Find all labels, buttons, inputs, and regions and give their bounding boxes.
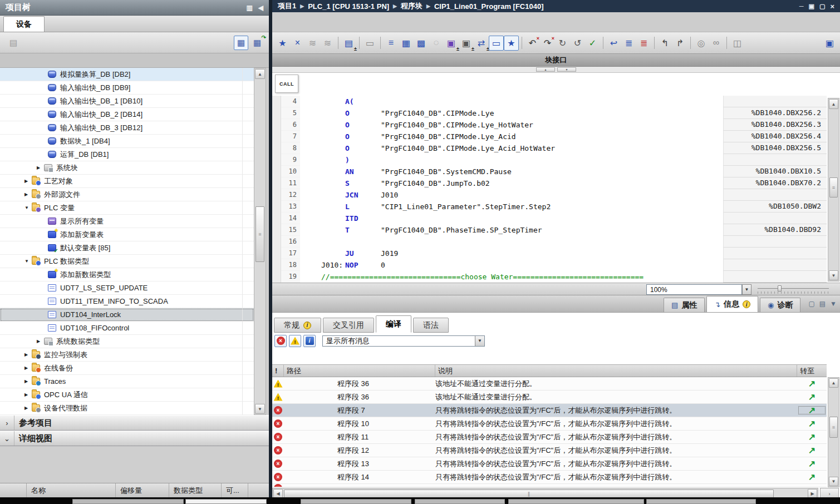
splitter-down-icon[interactable]: ▼: [557, 67, 576, 72]
goto-arrow-icon[interactable]: ↗: [797, 418, 827, 429]
filter-errors-button[interactable]: ×: [274, 335, 287, 347]
update-block-call-icon[interactable]: ↻: [555, 36, 570, 51]
sync-block-icon[interactable]: ↺: [570, 36, 585, 51]
details-view-section[interactable]: ⌄ 详细视图: [0, 431, 269, 446]
goto-arrow-icon[interactable]: ↗: [797, 432, 827, 442]
breadcrumb-segment[interactable]: CIP1_Line01_Program [FC1040]: [434, 2, 544, 11]
message-row[interactable]: ×程序段 7只有将跳转指令的状态位设置为"/FC"后，才能从布尔逻辑序列中进行跳…: [272, 404, 827, 417]
call-instruction-box[interactable]: CALL: [275, 75, 298, 93]
chevron-down-icon[interactable]: ⌄: [0, 431, 14, 446]
details-col-offset[interactable]: 偏移量: [116, 483, 169, 497]
message-row[interactable]: ×: [272, 484, 827, 487]
chevron-right-icon[interactable]: ▶: [24, 392, 32, 397]
scroll-up-icon[interactable]: ▲: [255, 69, 265, 79]
code-line[interactable]: 11S"PrgFC1040_DB".JumpTo.b02%DB1040.DBX7…: [272, 177, 827, 189]
code-line[interactable]: 9): [272, 154, 827, 166]
code-line[interactable]: 15T"PrgFC1040_DB".PhaseTime.SP_StepTimer…: [272, 224, 827, 236]
reference-projects-section[interactable]: › 参考项目: [0, 415, 269, 431]
comment-icon[interactable]: ◌: [429, 36, 444, 51]
tree-item[interactable]: 添加新变量表: [0, 228, 254, 241]
code-line[interactable]: 6O"PrgFC1040_DB".CIPMode.Lye_HotWater%DB…: [272, 119, 827, 131]
jump-back-icon[interactable]: ↰: [657, 36, 672, 51]
code-line[interactable]: 18J010:NOP0: [272, 259, 827, 271]
code-line[interactable]: 4A(: [272, 96, 827, 107]
maximize-icon[interactable]: ▢: [819, 3, 825, 10]
code-line[interactable]: 8O"PrgFC1040_DB".CIPMode.Lye_Acid_HotWat…: [272, 142, 827, 154]
tab-info[interactable]: ↴ 信息 i: [706, 296, 758, 312]
code-line[interactable]: 14ITD: [272, 213, 827, 224]
chevron-down-icon[interactable]: ▼: [24, 205, 32, 210]
splitter-up-icon[interactable]: ▲: [536, 67, 555, 72]
absolute-operands-icon[interactable]: ▭: [489, 36, 504, 51]
tree-item[interactable]: ▶在线备份: [0, 362, 254, 375]
configure-icon[interactable]: ▤: [6, 36, 21, 50]
message-row[interactable]: !程序段 36该地址不能通过变量进行分配。↗: [272, 391, 827, 404]
tree-item[interactable]: 运算_DB [DB1]: [0, 148, 254, 161]
tree-item[interactable]: UDT108_FIFOcontrol: [0, 322, 254, 335]
list-icon[interactable]: ▤: [819, 300, 826, 308]
code-line[interactable]: 16: [272, 236, 827, 248]
message-row[interactable]: ×程序段 12只有将跳转指令的状态位设置为"/FC"后，才能从布尔逻辑序列中进行…: [272, 444, 827, 457]
split-editor-icon[interactable]: ▣: [822, 36, 837, 51]
know-how-protection-icon[interactable]: ◫: [730, 36, 745, 51]
chevron-right-icon[interactable]: ▶: [24, 179, 32, 184]
tree-item[interactable]: ▶系统块: [0, 161, 254, 175]
tree-item[interactable]: ▼PLC 数据类型: [0, 255, 254, 268]
tree-item[interactable]: 添加新数据类型: [0, 268, 254, 281]
message-row[interactable]: ×程序段 14只有将跳转指令的状态位设置为"/FC"后，才能从布尔逻辑序列中进行…: [272, 471, 827, 484]
tree-item[interactable]: UDT104_InterLock: [0, 308, 254, 322]
chevron-right-icon[interactable]: ▶: [24, 352, 32, 357]
goto-arrow-icon[interactable]: ↗: [797, 378, 827, 389]
close-all-networks-icon[interactable]: ▩: [414, 36, 429, 51]
monitor-off-icon[interactable]: ≣: [636, 36, 651, 51]
compare-icon[interactable]: ∞: [709, 36, 724, 51]
insert-statement-icon[interactable]: ▤±: [341, 36, 356, 51]
message-filter-select[interactable]: 显示所有消息 ▼: [322, 335, 485, 347]
tree-item[interactable]: 显示所有变量: [0, 215, 254, 228]
monitor-on-icon[interactable]: ≣: [621, 36, 636, 51]
tree-item[interactable]: UDT11_ITEM_INFO_TO_SCADA: [0, 295, 254, 308]
code-line[interactable]: 7O"PrgFC1040_DB".CIPMode.Lye_Acid%DB1040…: [272, 131, 827, 142]
tab-properties[interactable]: ▤ 属性: [664, 298, 705, 312]
goto-arrow-icon[interactable]: ↗: [797, 445, 827, 456]
filter-warnings-button[interactable]: !: [289, 335, 301, 347]
tree-item[interactable]: 输入输出快_DB_1 [DB10]: [0, 95, 254, 108]
chevron-down-icon[interactable]: ▼: [24, 259, 32, 264]
tree-item[interactable]: ▶外部源文件: [0, 188, 254, 201]
tree-item[interactable]: 输入输出快_DB_3 [DB12]: [0, 121, 254, 135]
search-icon[interactable]: ◎: [694, 36, 709, 51]
breadcrumb-segment[interactable]: 项目1: [278, 1, 296, 11]
code-line[interactable]: 13L"CIP1_Line01_Parameter".StepTimer.Ste…: [272, 201, 827, 213]
insert-block-purple-icon[interactable]: ▣±: [444, 36, 459, 51]
tree-item[interactable]: 默认变量表 [85]: [0, 241, 254, 255]
tab-devices[interactable]: 设备: [3, 16, 45, 32]
scroll-up-icon[interactable]: ▲: [829, 99, 838, 109]
tree-item[interactable]: ▶监控与强制表: [0, 348, 254, 362]
scroll-up-icon[interactable]: ▲: [829, 378, 838, 388]
editor-scrollbar[interactable]: ▲ ≡ ▼: [828, 98, 839, 281]
table-scroll-thumb[interactable]: ≡: [829, 417, 838, 438]
chevron-right-icon[interactable]: ▶: [24, 406, 32, 411]
scroll-down-icon[interactable]: ▼: [829, 270, 838, 280]
chevron-right-icon[interactable]: ›: [0, 416, 14, 430]
columns-icon[interactable]: ▥: [246, 4, 252, 12]
keep-result-icon[interactable]: ▭: [362, 36, 377, 51]
tree-item[interactable]: ▼PLC 变量: [0, 201, 254, 215]
table-scrollbar[interactable]: ▲ ≡ ▼: [828, 377, 839, 487]
renumber-icon[interactable]: ≋: [305, 36, 320, 51]
goto-definition-icon[interactable]: ↩: [606, 36, 621, 51]
code-line[interactable]: 19//==============================choose…: [272, 271, 827, 283]
chevron-right-icon[interactable]: ▶: [24, 379, 32, 384]
chevron-down-icon[interactable]: ▼: [742, 284, 751, 295]
float-panel-icon[interactable]: ▢: [808, 300, 814, 308]
chevron-right-icon[interactable]: ▶: [24, 365, 32, 370]
details-col-name[interactable]: 名称: [27, 483, 116, 497]
close-icon[interactable]: ×: [830, 2, 834, 11]
tree-item[interactable]: UDT7_LS_SETP_UPDATE: [0, 281, 254, 295]
breadcrumb-segment[interactable]: 程序块: [401, 1, 423, 11]
tree-scroll-thumb[interactable]: ≡: [256, 206, 264, 262]
message-row[interactable]: ×程序段 10只有将跳转指令的状态位设置为"/FC"后，才能从布尔逻辑序列中进行…: [272, 417, 827, 431]
restore-icon[interactable]: ▣: [809, 3, 814, 10]
tree-item[interactable]: ▶OPC UA 通信: [0, 388, 254, 402]
tab-cross-references[interactable]: 交叉引用: [323, 318, 374, 333]
